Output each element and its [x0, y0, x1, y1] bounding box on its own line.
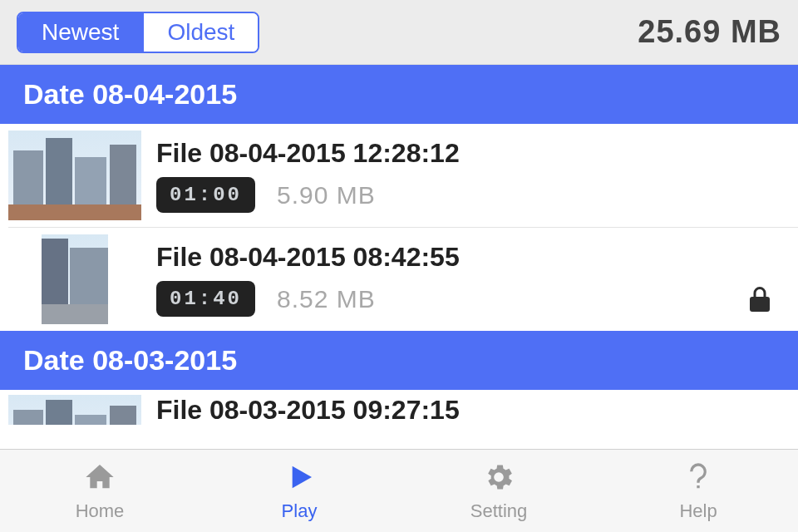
file-size-label: 8.52 MB: [277, 285, 376, 313]
file-title: File 08-04-2015 08:42:55: [156, 242, 790, 273]
file-row[interactable]: File 08-04-2015 12:28:12 01:00 5.90 MB: [0, 124, 798, 227]
file-duration-badge: 01:00: [156, 177, 255, 213]
tab-home[interactable]: Home: [0, 450, 200, 532]
tab-label: Help: [679, 500, 717, 522]
tab-label: Play: [282, 500, 318, 522]
tab-label: Home: [76, 500, 125, 522]
date-section-header: Date 08-04-2015: [0, 65, 798, 124]
tab-label: Setting: [470, 500, 528, 522]
file-thumbnail: [8, 395, 141, 425]
lock-icon: [745, 284, 775, 314]
gear-icon: [482, 461, 515, 497]
sort-segmented-control: Newest Oldest: [17, 12, 259, 53]
file-size-label: 5.90 MB: [277, 181, 376, 209]
sort-newest-button[interactable]: Newest: [18, 13, 142, 52]
file-list: Date 08-04-2015 File 08-04-2015 12:28:12…: [0, 65, 798, 449]
file-title: File 08-04-2015 12:28:12: [156, 138, 790, 169]
file-duration-badge: 01:40: [156, 281, 255, 317]
topbar: Newest Oldest 25.69 MB: [0, 0, 798, 65]
home-icon: [83, 461, 116, 497]
tabbar: Home Play Setting Help: [0, 449, 798, 532]
file-info: File 08-03-2015 09:27:15: [156, 395, 790, 425]
play-icon: [283, 461, 316, 497]
file-info: File 08-04-2015 12:28:12 01:00 5.90 MB: [156, 138, 790, 213]
tab-help[interactable]: Help: [598, 450, 798, 532]
date-section-header: Date 08-03-2015: [0, 331, 798, 390]
file-thumbnail: [42, 234, 108, 324]
tab-play[interactable]: Play: [200, 450, 399, 532]
file-thumbnail: [8, 131, 141, 220]
total-storage-label: 25.69 MB: [638, 14, 781, 50]
file-row[interactable]: File 08-04-2015 08:42:55 01:40 8.52 MB: [8, 227, 798, 331]
file-title: File 08-03-2015 09:27:15: [156, 395, 790, 425]
help-icon: [682, 461, 715, 497]
file-row[interactable]: File 08-03-2015 09:27:15: [0, 390, 798, 425]
tab-setting[interactable]: Setting: [399, 450, 598, 532]
sort-oldest-button[interactable]: Oldest: [142, 13, 258, 52]
file-info: File 08-04-2015 08:42:55 01:40 8.52 MB: [156, 242, 790, 317]
